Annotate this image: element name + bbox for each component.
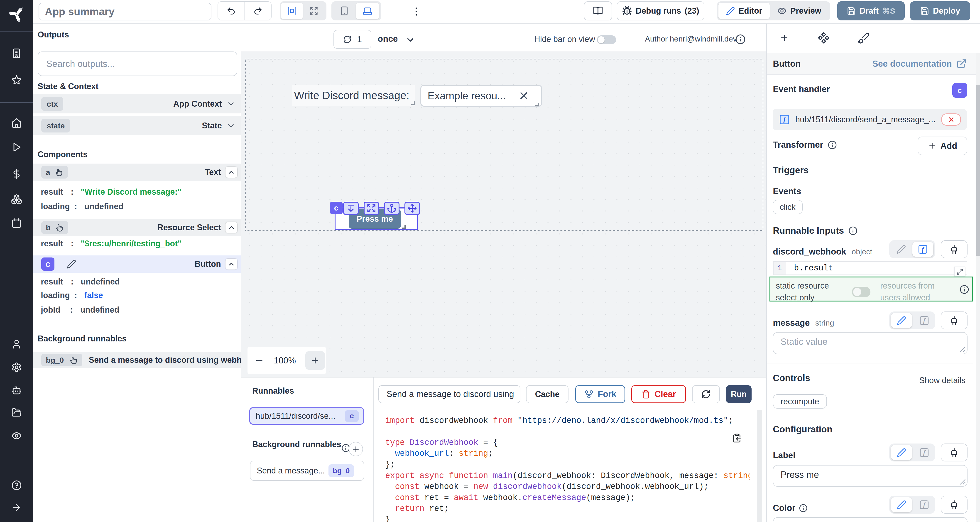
svg-text:f: f xyxy=(923,449,926,456)
svg-text:f: f xyxy=(923,501,926,508)
svg-text:f: f xyxy=(923,317,926,324)
